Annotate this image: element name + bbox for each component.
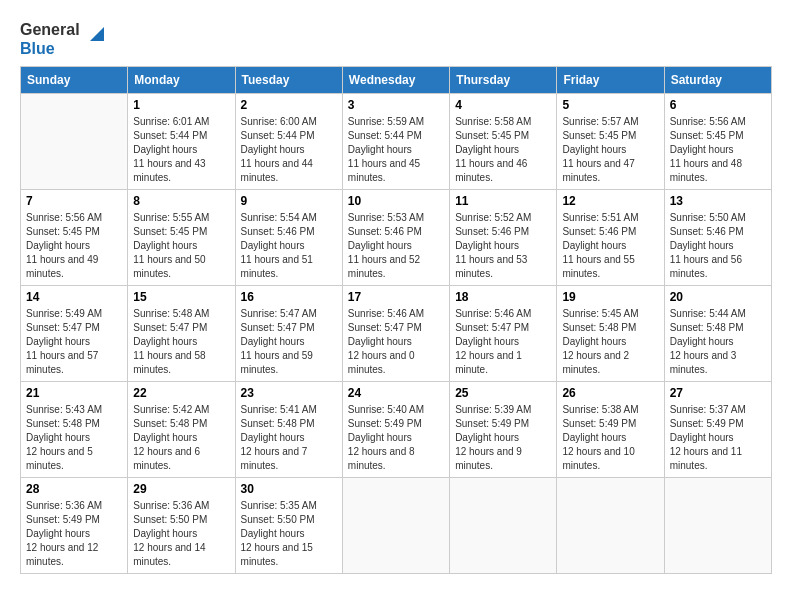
calendar-cell: 15Sunrise: 5:48 AMSunset: 5:47 PMDayligh… — [128, 286, 235, 382]
calendar-week-row: 28Sunrise: 5:36 AMSunset: 5:49 PMDayligh… — [21, 478, 772, 574]
weekday-header: Sunday — [21, 67, 128, 94]
calendar-cell: 2Sunrise: 6:00 AMSunset: 5:44 PMDaylight… — [235, 94, 342, 190]
day-info: Sunrise: 5:35 AMSunset: 5:50 PMDaylight … — [241, 499, 337, 569]
calendar-cell: 5Sunrise: 5:57 AMSunset: 5:45 PMDaylight… — [557, 94, 664, 190]
page-header: General Blue — [20, 20, 772, 58]
day-info: Sunrise: 6:00 AMSunset: 5:44 PMDaylight … — [241, 115, 337, 185]
day-info: Sunrise: 5:43 AMSunset: 5:48 PMDaylight … — [26, 403, 122, 473]
day-number: 11 — [455, 194, 551, 208]
calendar-cell — [664, 478, 771, 574]
day-number: 25 — [455, 386, 551, 400]
day-number: 4 — [455, 98, 551, 112]
day-number: 7 — [26, 194, 122, 208]
calendar-cell: 17Sunrise: 5:46 AMSunset: 5:47 PMDayligh… — [342, 286, 449, 382]
calendar-cell — [450, 478, 557, 574]
day-number: 6 — [670, 98, 766, 112]
day-info: Sunrise: 5:47 AMSunset: 5:47 PMDaylight … — [241, 307, 337, 377]
day-number: 8 — [133, 194, 229, 208]
day-info: Sunrise: 5:48 AMSunset: 5:47 PMDaylight … — [133, 307, 229, 377]
day-number: 26 — [562, 386, 658, 400]
day-info: Sunrise: 5:42 AMSunset: 5:48 PMDaylight … — [133, 403, 229, 473]
calendar-cell: 26Sunrise: 5:38 AMSunset: 5:49 PMDayligh… — [557, 382, 664, 478]
weekday-header: Friday — [557, 67, 664, 94]
calendar-cell: 19Sunrise: 5:45 AMSunset: 5:48 PMDayligh… — [557, 286, 664, 382]
calendar-table: SundayMondayTuesdayWednesdayThursdayFrid… — [20, 66, 772, 574]
day-info: Sunrise: 5:40 AMSunset: 5:49 PMDaylight … — [348, 403, 444, 473]
calendar-cell: 12Sunrise: 5:51 AMSunset: 5:46 PMDayligh… — [557, 190, 664, 286]
calendar-cell — [342, 478, 449, 574]
day-info: Sunrise: 5:38 AMSunset: 5:49 PMDaylight … — [562, 403, 658, 473]
day-info: Sunrise: 5:36 AMSunset: 5:50 PMDaylight … — [133, 499, 229, 569]
day-number: 30 — [241, 482, 337, 496]
day-info: Sunrise: 5:46 AMSunset: 5:47 PMDaylight … — [455, 307, 551, 377]
day-number: 20 — [670, 290, 766, 304]
calendar-cell: 30Sunrise: 5:35 AMSunset: 5:50 PMDayligh… — [235, 478, 342, 574]
day-info: Sunrise: 5:56 AMSunset: 5:45 PMDaylight … — [26, 211, 122, 281]
day-info: Sunrise: 5:59 AMSunset: 5:44 PMDaylight … — [348, 115, 444, 185]
day-number: 28 — [26, 482, 122, 496]
day-number: 27 — [670, 386, 766, 400]
calendar-cell: 8Sunrise: 5:55 AMSunset: 5:45 PMDaylight… — [128, 190, 235, 286]
calendar-cell: 16Sunrise: 5:47 AMSunset: 5:47 PMDayligh… — [235, 286, 342, 382]
calendar-cell: 11Sunrise: 5:52 AMSunset: 5:46 PMDayligh… — [450, 190, 557, 286]
calendar-week-row: 1Sunrise: 6:01 AMSunset: 5:44 PMDaylight… — [21, 94, 772, 190]
calendar-cell: 22Sunrise: 5:42 AMSunset: 5:48 PMDayligh… — [128, 382, 235, 478]
day-number: 24 — [348, 386, 444, 400]
day-number: 9 — [241, 194, 337, 208]
calendar-cell: 18Sunrise: 5:46 AMSunset: 5:47 PMDayligh… — [450, 286, 557, 382]
calendar-cell — [557, 478, 664, 574]
svg-marker-0 — [90, 27, 104, 41]
calendar-cell: 4Sunrise: 5:58 AMSunset: 5:45 PMDaylight… — [450, 94, 557, 190]
day-number: 2 — [241, 98, 337, 112]
day-info: Sunrise: 5:49 AMSunset: 5:47 PMDaylight … — [26, 307, 122, 377]
calendar-week-row: 14Sunrise: 5:49 AMSunset: 5:47 PMDayligh… — [21, 286, 772, 382]
calendar-week-row: 7Sunrise: 5:56 AMSunset: 5:45 PMDaylight… — [21, 190, 772, 286]
day-number: 19 — [562, 290, 658, 304]
day-info: Sunrise: 5:55 AMSunset: 5:45 PMDaylight … — [133, 211, 229, 281]
day-info: Sunrise: 5:45 AMSunset: 5:48 PMDaylight … — [562, 307, 658, 377]
day-number: 21 — [26, 386, 122, 400]
day-number: 29 — [133, 482, 229, 496]
day-number: 3 — [348, 98, 444, 112]
day-info: Sunrise: 5:39 AMSunset: 5:49 PMDaylight … — [455, 403, 551, 473]
day-info: Sunrise: 5:37 AMSunset: 5:49 PMDaylight … — [670, 403, 766, 473]
calendar-cell: 24Sunrise: 5:40 AMSunset: 5:49 PMDayligh… — [342, 382, 449, 478]
day-info: Sunrise: 5:46 AMSunset: 5:47 PMDaylight … — [348, 307, 444, 377]
calendar-cell: 10Sunrise: 5:53 AMSunset: 5:46 PMDayligh… — [342, 190, 449, 286]
day-info: Sunrise: 5:51 AMSunset: 5:46 PMDaylight … — [562, 211, 658, 281]
day-info: Sunrise: 5:53 AMSunset: 5:46 PMDaylight … — [348, 211, 444, 281]
day-number: 5 — [562, 98, 658, 112]
calendar-cell: 1Sunrise: 6:01 AMSunset: 5:44 PMDaylight… — [128, 94, 235, 190]
calendar-cell — [21, 94, 128, 190]
day-number: 10 — [348, 194, 444, 208]
day-info: Sunrise: 5:36 AMSunset: 5:49 PMDaylight … — [26, 499, 122, 569]
day-info: Sunrise: 5:57 AMSunset: 5:45 PMDaylight … — [562, 115, 658, 185]
day-number: 23 — [241, 386, 337, 400]
calendar-cell: 28Sunrise: 5:36 AMSunset: 5:49 PMDayligh… — [21, 478, 128, 574]
day-number: 14 — [26, 290, 122, 304]
logo-triangle-icon — [86, 23, 108, 45]
calendar-cell: 25Sunrise: 5:39 AMSunset: 5:49 PMDayligh… — [450, 382, 557, 478]
calendar-cell: 20Sunrise: 5:44 AMSunset: 5:48 PMDayligh… — [664, 286, 771, 382]
day-info: Sunrise: 5:50 AMSunset: 5:46 PMDaylight … — [670, 211, 766, 281]
calendar-week-row: 21Sunrise: 5:43 AMSunset: 5:48 PMDayligh… — [21, 382, 772, 478]
day-info: Sunrise: 5:41 AMSunset: 5:48 PMDaylight … — [241, 403, 337, 473]
day-number: 1 — [133, 98, 229, 112]
weekday-header: Saturday — [664, 67, 771, 94]
day-info: Sunrise: 5:54 AMSunset: 5:46 PMDaylight … — [241, 211, 337, 281]
logo-text: General Blue — [20, 20, 80, 58]
day-number: 16 — [241, 290, 337, 304]
calendar-cell: 14Sunrise: 5:49 AMSunset: 5:47 PMDayligh… — [21, 286, 128, 382]
day-info: Sunrise: 5:58 AMSunset: 5:45 PMDaylight … — [455, 115, 551, 185]
day-info: Sunrise: 5:56 AMSunset: 5:45 PMDaylight … — [670, 115, 766, 185]
day-number: 15 — [133, 290, 229, 304]
calendar-header-row: SundayMondayTuesdayWednesdayThursdayFrid… — [21, 67, 772, 94]
calendar-cell: 13Sunrise: 5:50 AMSunset: 5:46 PMDayligh… — [664, 190, 771, 286]
calendar-cell: 9Sunrise: 5:54 AMSunset: 5:46 PMDaylight… — [235, 190, 342, 286]
weekday-header: Wednesday — [342, 67, 449, 94]
day-info: Sunrise: 5:44 AMSunset: 5:48 PMDaylight … — [670, 307, 766, 377]
day-number: 12 — [562, 194, 658, 208]
calendar-cell: 7Sunrise: 5:56 AMSunset: 5:45 PMDaylight… — [21, 190, 128, 286]
calendar-cell: 29Sunrise: 5:36 AMSunset: 5:50 PMDayligh… — [128, 478, 235, 574]
day-number: 17 — [348, 290, 444, 304]
